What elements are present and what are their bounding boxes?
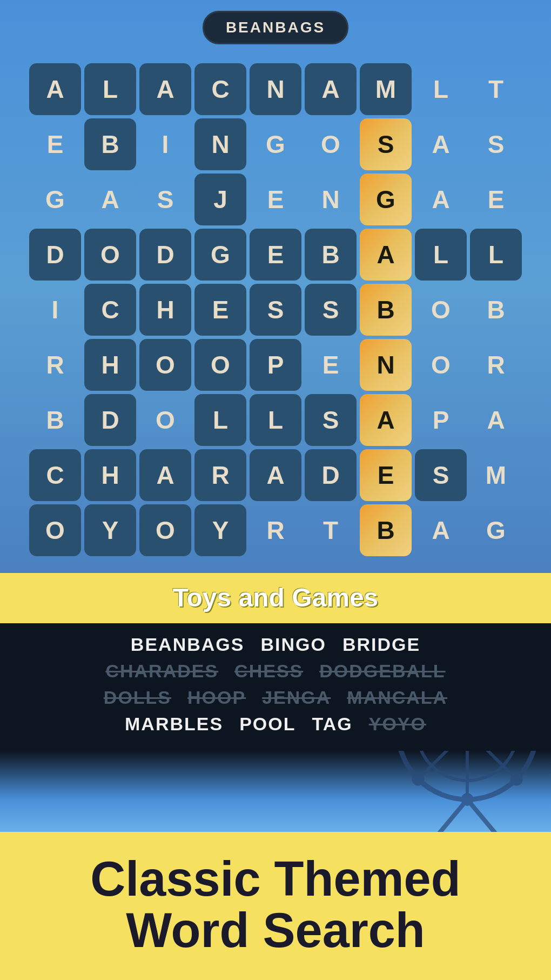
grid-cell: S	[470, 118, 522, 170]
grid-cell: A	[470, 394, 522, 446]
grid-cell: L	[415, 229, 467, 281]
grid-cell: O	[194, 339, 246, 391]
word-row-1: BEANBAGS BINGO BRIDGE	[16, 634, 535, 655]
word-bingo: BINGO	[260, 634, 326, 655]
grid-cell: R	[250, 504, 301, 556]
grid-cell: R	[470, 339, 522, 391]
word-dodgeball: DODGEBALL	[319, 661, 445, 682]
grid-cell: A	[360, 394, 412, 446]
grid-cell: E	[194, 284, 246, 336]
grid-cell: R	[29, 339, 81, 391]
grid-cell: O	[415, 284, 467, 336]
svg-line-16	[467, 799, 499, 832]
grid-cell: B	[29, 394, 81, 446]
grid-cell: C	[29, 449, 81, 501]
grid-cell: E	[250, 229, 301, 281]
grid-cell: A	[360, 229, 412, 281]
grid-cell: G	[470, 504, 522, 556]
grid-cell: Y	[194, 504, 246, 556]
word-hoop: HOOP	[187, 687, 246, 708]
grid-cell: N	[194, 118, 246, 170]
svg-point-12	[412, 773, 424, 785]
grid-cell: M	[470, 449, 522, 501]
grid-cell: H	[84, 449, 136, 501]
grid-cell: L	[194, 394, 246, 446]
grid-cell: L	[415, 63, 467, 115]
grid-cell: L	[470, 229, 522, 281]
game-title-badge: BEANBAGS	[203, 11, 348, 44]
grid-cell: S	[139, 174, 191, 225]
grid-cell: P	[250, 339, 301, 391]
grid-cell: G	[29, 174, 81, 225]
word-row-3: DOLLS HOOP JENGA MANCALA	[16, 687, 535, 708]
grid-cell: O	[29, 504, 81, 556]
grid-cell: O	[139, 394, 191, 446]
banner-line1: Classic Themed	[90, 852, 460, 906]
game-area: BEANBAGS ALACNAMLTEBINGOSASGASJENGAEDODG…	[0, 0, 551, 573]
bottom-banner: Classic Themed Word Search	[0, 832, 551, 980]
grid-cell: O	[139, 504, 191, 556]
grid-cell: M	[360, 63, 412, 115]
grid-cell: J	[194, 174, 246, 225]
grid-cell: E	[29, 118, 81, 170]
word-dolls: DOLLS	[104, 687, 171, 708]
grid-cell: B	[470, 284, 522, 336]
grid-cell: S	[305, 284, 357, 336]
grid-cell: E	[470, 174, 522, 225]
grid-cell: D	[29, 229, 81, 281]
grid-cell: E	[250, 174, 301, 225]
word-jenga: JENGA	[262, 687, 331, 708]
grid-cell: A	[415, 118, 467, 170]
grid-cell: O	[139, 339, 191, 391]
grid-cell: C	[84, 284, 136, 336]
grid-cell: D	[305, 449, 357, 501]
grid-cell: I	[139, 118, 191, 170]
grid-cell: D	[84, 394, 136, 446]
grid-cell: Y	[84, 504, 136, 556]
grid-cell: S	[250, 284, 301, 336]
banner-title: Classic Themed Word Search	[11, 854, 540, 956]
category-title: Toys and Games	[0, 583, 551, 612]
grid-cell: G	[360, 174, 412, 225]
grid-cell: A	[415, 504, 467, 556]
grid-cell: B	[360, 284, 412, 336]
grid-cell: D	[139, 229, 191, 281]
grid-cell: A	[415, 174, 467, 225]
word-chess: CHESS	[234, 661, 303, 682]
grid-cell: A	[29, 63, 81, 115]
game-title: BEANBAGS	[226, 19, 325, 36]
grid-cell: G	[194, 229, 246, 281]
grid-cell: O	[415, 339, 467, 391]
grid-cell: N	[250, 63, 301, 115]
word-mancala: MANCALA	[347, 687, 447, 708]
svg-line-15	[436, 799, 467, 832]
grid-cell: N	[360, 339, 412, 391]
grid-cell: C	[194, 63, 246, 115]
word-row-4: MARBLES POOL TAG YOYO	[16, 714, 535, 735]
grid-cell: E	[360, 449, 412, 501]
grid-cell: A	[84, 174, 136, 225]
banner-line2: Word Search	[126, 903, 425, 957]
grid-cell: N	[305, 174, 357, 225]
word-pool: POOL	[239, 714, 295, 735]
word-grid: ALACNAMLTEBINGOSASGASJENGAEDODGEBALLICHE…	[24, 58, 527, 562]
grid-cell: S	[305, 394, 357, 446]
word-marbles: MARBLES	[125, 714, 223, 735]
grid-cell: R	[194, 449, 246, 501]
grid-cell: P	[415, 394, 467, 446]
grid-cell: L	[84, 63, 136, 115]
grid-cell: T	[305, 504, 357, 556]
word-list: BEANBAGS BINGO BRIDGE CHARADES CHESS DOD…	[0, 623, 551, 751]
category-strip: Toys and Games	[0, 573, 551, 623]
grid-cell: B	[360, 504, 412, 556]
word-beanbags: BEANBAGS	[131, 634, 245, 655]
word-tag: TAG	[312, 714, 352, 735]
grid-cell: A	[250, 449, 301, 501]
grid-cell: B	[84, 118, 136, 170]
svg-point-10	[510, 773, 522, 785]
word-bridge: BRIDGE	[342, 634, 420, 655]
bottom-decoration	[0, 751, 551, 832]
word-yoyo: YOYO	[369, 714, 426, 735]
grid-cell: A	[139, 63, 191, 115]
grid-cell: H	[84, 339, 136, 391]
